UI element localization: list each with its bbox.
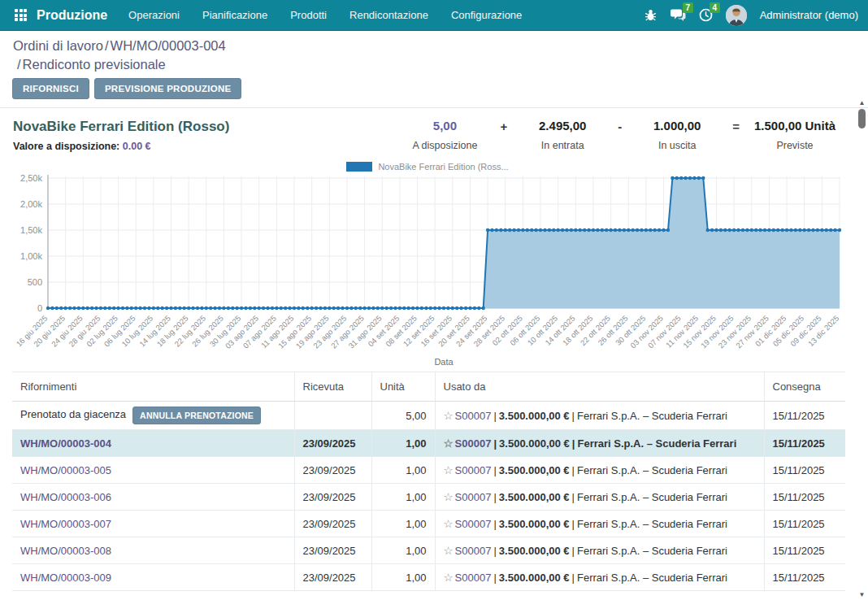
sale-order-link[interactable]: S00007 (455, 464, 492, 476)
annulla-prenotazione-button[interactable]: ANNULLA PRENOTAZIONE (132, 407, 261, 424)
menu-prodotti[interactable]: Prodotti (290, 9, 327, 21)
user-avatar[interactable] (726, 5, 747, 26)
top-navbar: Produzione Operazioni Pianificazione Pro… (0, 0, 868, 31)
sale-order-link[interactable]: S00007 (455, 518, 492, 530)
sale-order-link[interactable]: S00007 (455, 545, 492, 557)
forecast-stats: 5,00 A disposizione + 2.495,00 In entrat… (402, 119, 855, 151)
activities-badge: 4 (710, 2, 720, 13)
menu-rendicontazione[interactable]: Rendicontazione (349, 9, 428, 21)
debug-bug-icon[interactable] (644, 8, 658, 22)
col-ricevuta: Ricevuta (294, 372, 371, 402)
stat-previste: 1.500,00 Unità Previste (753, 119, 837, 151)
activities-clock-icon[interactable]: 4 (699, 8, 713, 22)
mo-link[interactable]: WH/MO/00003-005 (20, 464, 111, 476)
partner-name: Ferrari S.p.A. – Scuderia Ferrari (577, 464, 727, 476)
legend-label: NovaBike Ferrari Edition (Ross... (378, 162, 508, 172)
consegna-cell: 15/11/2025 (764, 430, 845, 457)
product-name: NovaBike Ferrari Edition (Rosso) (13, 119, 229, 135)
menu-pianificazione[interactable]: Pianificazione (202, 9, 267, 21)
table-row: WH/MO/00003-008 23/09/2025 1,00 ☆S00007|… (12, 537, 845, 564)
consegna-cell: 15/11/2025 (764, 511, 845, 537)
menu-configurazione[interactable]: Configurazione (451, 9, 522, 21)
ricevuta-cell: 23/09/2025 (294, 457, 371, 484)
chart-canvas: 05001,00k1,50k2,00k2,50k16 giu 202520 gi… (12, 172, 843, 370)
product-header: NovaBike Ferrari Edition (Rosso) Valore … (0, 108, 868, 152)
breadcrumb: Ordini di lavoro/WH/MO/00003-004 /Rendic… (0, 31, 868, 74)
breadcrumb-mo[interactable]: WH/MO/00003-004 (111, 38, 226, 53)
sale-order-link[interactable]: S00007 (455, 491, 492, 503)
mo-link[interactable]: WH/MO/00003-008 (20, 545, 111, 557)
rifornisci-button[interactable]: RIFORNISCI (12, 78, 89, 99)
scrollbar-down-arrow[interactable]: ▼ (859, 591, 866, 598)
sale-order-link[interactable]: S00007 (455, 572, 492, 584)
available-value-amount: 0.00 € (123, 141, 151, 152)
star-icon[interactable]: ☆ (444, 491, 454, 503)
star-icon[interactable]: ☆ (444, 410, 454, 422)
star-icon[interactable]: ☆ (444, 545, 454, 557)
stat-in-uscita: 1.000,00 In uscita (635, 119, 719, 151)
ricevuta-cell: 23/09/2025 (294, 430, 371, 457)
table-row: WH/MO/00003-004 23/09/2025 1,00 ☆S00007|… (12, 430, 845, 457)
app-name[interactable]: Produzione (37, 8, 107, 23)
partner-name: Ferrari S.p.A. – Scuderia Ferrari (577, 437, 736, 450)
consegna-cell: 15/11/2025 (764, 457, 845, 484)
usato-da-cell: ☆S00007|3.500.000,00 €|Ferrari S.p.A. – … (435, 430, 764, 457)
unita-cell: 5,00 (371, 402, 435, 430)
consegna-cell: 15/11/2025 (764, 402, 845, 430)
x-axis-title: Data (434, 357, 454, 367)
ricevuta-cell: 23/09/2025 (294, 564, 371, 591)
col-unita: Unità (371, 372, 435, 402)
svg-text:2,00k: 2,00k (20, 199, 42, 209)
vertical-scrollbar: ▲ ▼ (857, 98, 867, 600)
usato-da-cell: ☆S00007|3.500.000,00 €|Ferrari S.p.A. – … (435, 484, 764, 511)
usato-da-cell: ☆S00007|3.500.000,00 €|Ferrari S.p.A. – … (435, 402, 764, 430)
chart-area-fill (48, 178, 840, 308)
mo-link[interactable]: WH/MO/00003-004 (20, 437, 111, 450)
action-bar: RIFORNISCI PREVISIONE PRODUZIONE (0, 74, 868, 108)
mo-link[interactable]: WH/MO/00003-006 (20, 491, 111, 503)
table-header-row: Rifornimenti Ricevuta Unità Usato da Con… (12, 372, 845, 402)
user-name[interactable]: Administrator (demo) (760, 9, 858, 21)
available-value: Valore a disposizione: 0.00 € (13, 141, 229, 152)
star-icon[interactable]: ☆ (444, 572, 454, 584)
usato-da-cell: ☆S00007|3.500.000,00 €|Ferrari S.p.A. – … (435, 457, 764, 484)
apps-grid-icon[interactable] (15, 9, 27, 21)
scrollbar-thumb[interactable] (858, 109, 866, 128)
breadcrumb-current: Rendiconto previsionale (23, 57, 166, 72)
usato-da-cell: ☆S00007|3.500.000,00 €|Ferrari S.p.A. – … (435, 537, 764, 564)
ricevuta-cell: 23/09/2025 (294, 484, 371, 511)
reserved-row: Prenotato da giacenzaANNULLA PRENOTAZION… (12, 402, 845, 430)
rifornimenti-table: Rifornimenti Ricevuta Unità Usato da Con… (12, 372, 845, 591)
unita-cell: 1,00 (371, 484, 435, 511)
reserved-label: Prenotato da giacenza (20, 409, 126, 421)
ricevuta-cell: 23/09/2025 (294, 511, 371, 537)
table-row: WH/MO/00003-006 23/09/2025 1,00 ☆S00007|… (12, 484, 845, 511)
previsione-produzione-button[interactable]: PREVISIONE PRODUZIONE (94, 78, 241, 99)
minus-operator: - (605, 119, 635, 133)
sale-order-link[interactable]: S00007 (455, 410, 492, 422)
mo-link[interactable]: WH/MO/00003-009 (20, 572, 111, 584)
stat-in-entrata: 2.495,00 In entrata (520, 119, 605, 151)
unita-cell: 1,00 (371, 537, 435, 564)
chart-legend[interactable]: NovaBike Ferrari Edition (Ross... (12, 162, 843, 172)
star-icon[interactable]: ☆ (444, 464, 454, 476)
mo-link[interactable]: WH/MO/00003-007 (20, 518, 111, 530)
partner-name: Ferrari S.p.A. – Scuderia Ferrari (577, 410, 727, 422)
breadcrumb-ordini-di-lavoro[interactable]: Ordini di lavoro (13, 38, 103, 53)
unita-cell: 1,00 (371, 564, 435, 591)
usato-da-cell: ☆S00007|3.500.000,00 €|Ferrari S.p.A. – … (435, 564, 764, 591)
star-icon[interactable]: ☆ (444, 518, 454, 530)
consegna-cell: 15/11/2025 (764, 537, 845, 564)
sale-order-link[interactable]: S00007 (455, 437, 492, 450)
unita-cell: 1,00 (371, 457, 435, 484)
partner-name: Ferrari S.p.A. – Scuderia Ferrari (577, 518, 727, 530)
table-row: WH/MO/00003-007 23/09/2025 1,00 ☆S00007|… (12, 511, 845, 537)
menu-operazioni[interactable]: Operazioni (128, 9, 180, 21)
star-icon[interactable]: ☆ (444, 437, 454, 450)
scrollbar-up-arrow[interactable]: ▲ (859, 99, 866, 107)
svg-text:1,50k: 1,50k (20, 225, 42, 235)
table-row: WH/MO/00003-009 23/09/2025 1,00 ☆S00007|… (12, 564, 845, 591)
partner-name: Ferrari S.p.A. – Scuderia Ferrari (577, 572, 727, 584)
col-rifornimenti: Rifornimenti (12, 372, 294, 402)
messages-icon[interactable]: 7 (671, 8, 686, 22)
